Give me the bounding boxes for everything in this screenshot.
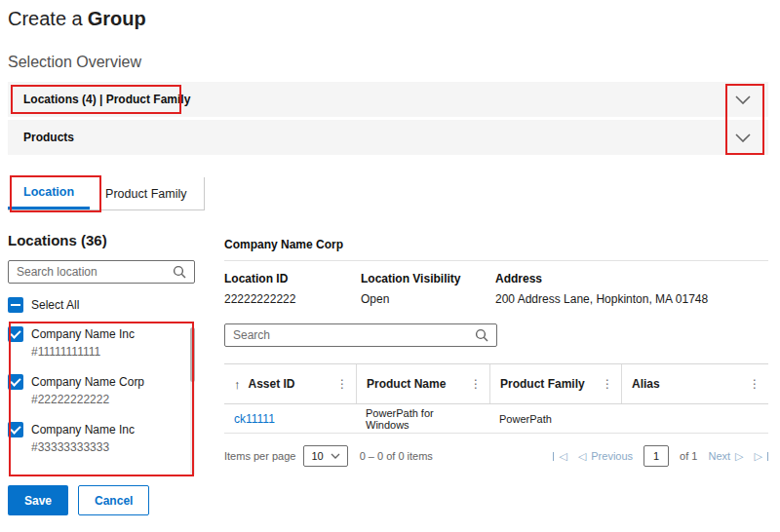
items-per-page-select[interactable]: 10 <box>303 445 347 467</box>
field-value: 22222222222 <box>224 292 361 306</box>
accordion-products[interactable]: Products <box>8 120 768 155</box>
column-header-product-name[interactable]: Product Name ⋮ <box>356 364 489 403</box>
column-menu-icon[interactable]: ⋮ <box>464 377 482 391</box>
location-id: #11111111111 <box>31 343 135 361</box>
last-page-icon[interactable]: ▷ <box>755 450 768 463</box>
previous-page-button[interactable]: ◁Previous <box>578 450 633 463</box>
field-address: Address 200 Address Lane, Hopkinton, MA … <box>495 272 768 306</box>
location-list-item[interactable]: Company Name Inc #11111111111 <box>8 325 183 361</box>
divider <box>224 260 768 261</box>
items-per-page-label: Items per page <box>224 450 295 462</box>
pagination-bar: Items per page 10 0 – 0 of 0 items ◁ ◁Pr… <box>224 445 768 467</box>
cell-product-family: PowerPath <box>489 413 621 425</box>
page-title-emphasis: Group <box>88 8 146 29</box>
page-title-prefix: Create a <box>8 8 83 29</box>
save-button[interactable]: Save <box>8 485 68 515</box>
page-count-text: of 1 <box>680 450 697 462</box>
asset-search-box <box>224 323 497 347</box>
column-header-label: Asset ID <box>249 377 295 391</box>
triangle-left-icon: ◁ <box>578 450 586 463</box>
location-fields: Location ID 22222222222 Location Visibil… <box>224 272 768 306</box>
asset-search-input[interactable] <box>233 328 469 342</box>
assets-table: ↑ Asset ID ⋮ Product Name ⋮ Product Fami… <box>224 363 768 467</box>
select-all-checkbox[interactable] <box>8 297 23 313</box>
column-header-label: Product Name <box>367 377 446 391</box>
field-label: Address <box>495 272 768 285</box>
table-header-row: ↑ Asset ID ⋮ Product Name ⋮ Product Fami… <box>224 363 768 404</box>
column-header-asset-id[interactable]: ↑ Asset ID ⋮ <box>224 364 356 403</box>
page-number-input[interactable] <box>644 445 669 467</box>
column-header-label: Alias <box>632 377 660 391</box>
select-all-row[interactable]: Select All <box>8 297 195 313</box>
next-label: Next <box>708 450 730 462</box>
search-icon <box>173 265 186 279</box>
company-heading: Company Name Corp <box>224 238 768 251</box>
field-value: Open <box>361 292 495 306</box>
pagination-controls: ◁ ◁Previous of 1 Next▷ ▷ <box>553 445 768 467</box>
location-search-box <box>8 260 195 284</box>
chevron-down-icon[interactable] <box>735 133 751 142</box>
field-value: 200 Address Lane, Hopkinton, MA 01748 <box>495 292 768 306</box>
previous-label: Previous <box>591 450 633 462</box>
select-all-label: Select All <box>31 298 79 312</box>
location-details-panel: Company Name Corp Location ID 2222222222… <box>224 238 768 467</box>
cancel-button[interactable]: Cancel <box>78 485 149 515</box>
items-per-page-value: 10 <box>311 450 323 462</box>
column-menu-icon[interactable]: ⋮ <box>596 377 613 391</box>
page-title: Create aGroup <box>8 8 146 30</box>
accordion-products-label: Products <box>23 131 74 144</box>
tab-location[interactable]: Location <box>8 177 90 209</box>
locations-panel-title: Locations (36) <box>8 232 195 248</box>
column-header-label: Product Family <box>500 377 585 391</box>
location-list: Company Name Inc #11111111111 Company Na… <box>8 325 195 477</box>
field-label: Location ID <box>224 272 361 285</box>
field-location-id: Location ID 22222222222 <box>224 272 361 306</box>
location-list-item[interactable]: Company Name Inc #33333333333 <box>8 421 183 456</box>
field-location-visibility: Location Visibility Open <box>361 272 495 306</box>
column-menu-icon[interactable]: ⋮ <box>743 377 760 391</box>
action-buttons: Save Cancel <box>8 485 149 515</box>
tab-product-family[interactable]: Product Family <box>90 177 202 209</box>
location-checkbox[interactable] <box>8 326 23 342</box>
next-page-button[interactable]: Next▷ <box>708 450 743 463</box>
location-name: Company Name Inc <box>31 325 135 343</box>
field-label: Location Visibility <box>361 272 495 285</box>
location-checkbox[interactable] <box>8 374 23 390</box>
location-name: Company Name Inc <box>31 421 135 438</box>
selection-overview-heading: Selection Overview <box>8 54 141 71</box>
location-name: Company Name Corp <box>31 373 144 391</box>
first-page-icon[interactable]: ◁ <box>553 450 566 463</box>
triangle-right-icon: ▷ <box>735 450 743 463</box>
table-row: ck11111 PowerPath for Windows PowerPath <box>224 404 768 434</box>
chevron-down-icon <box>331 453 340 459</box>
tab-bar: Location Product Family <box>8 177 205 210</box>
cell-product-name: PowerPath for Windows <box>356 407 489 431</box>
sort-ascending-icon[interactable]: ↑ <box>234 377 241 392</box>
location-list-item[interactable]: Company Name Corp #22222222222 <box>8 373 183 408</box>
chevron-down-icon[interactable] <box>735 95 751 104</box>
cell-asset-id-link[interactable]: ck11111 <box>224 412 356 426</box>
column-header-alias[interactable]: Alias ⋮ <box>621 364 768 403</box>
pagination-range-text: 0 – 0 of 0 items <box>360 450 433 462</box>
scrollbar[interactable] <box>190 327 195 475</box>
column-menu-icon[interactable]: ⋮ <box>331 377 348 391</box>
accordion-locations-label: Locations (4) | Product Family <box>23 93 190 106</box>
location-checkbox[interactable] <box>8 422 23 437</box>
scrollbar-thumb[interactable] <box>190 327 195 382</box>
create-group-page: Create aGroup Selection Overview Locatio… <box>0 0 780 532</box>
accordion-locations-product-family[interactable]: Locations (4) | Product Family <box>8 82 768 117</box>
search-icon <box>475 328 488 342</box>
column-header-product-family[interactable]: Product Family ⋮ <box>489 364 621 403</box>
location-id: #22222222222 <box>31 391 144 408</box>
location-search-input[interactable] <box>17 265 167 279</box>
location-id: #33333333333 <box>31 438 135 456</box>
locations-panel: Locations (36) Select All Company Name I… <box>8 232 195 477</box>
